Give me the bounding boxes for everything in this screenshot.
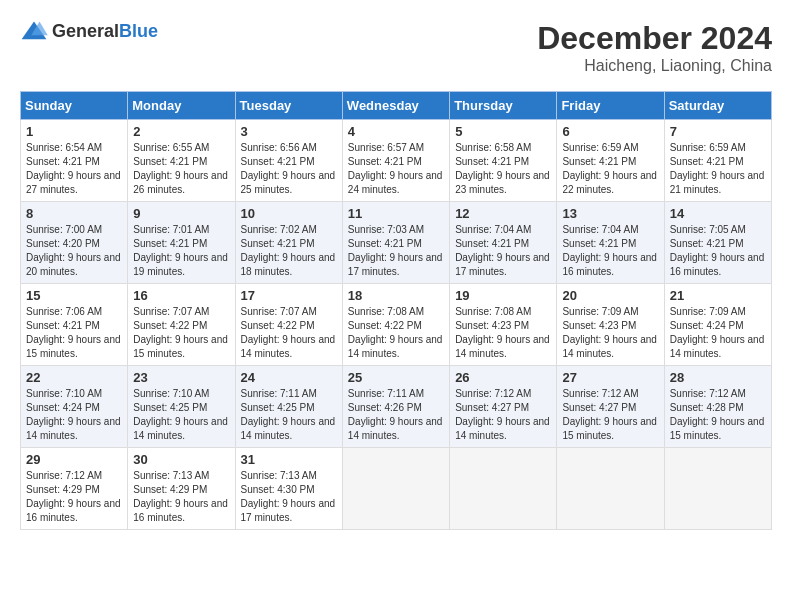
calendar-day-cell: 11 Sunrise: 7:03 AM Sunset: 4:21 PM Dayl…	[342, 202, 449, 284]
day-number: 5	[455, 124, 551, 139]
calendar-day-cell: 3 Sunrise: 6:56 AM Sunset: 4:21 PM Dayli…	[235, 120, 342, 202]
day-info: Sunrise: 7:00 AM Sunset: 4:20 PM Dayligh…	[26, 224, 121, 277]
day-number: 31	[241, 452, 337, 467]
day-info: Sunrise: 7:04 AM Sunset: 4:21 PM Dayligh…	[455, 224, 550, 277]
logo-text: GeneralBlue	[52, 21, 158, 42]
day-number: 28	[670, 370, 766, 385]
calendar-day-cell: 9 Sunrise: 7:01 AM Sunset: 4:21 PM Dayli…	[128, 202, 235, 284]
weekday-header-friday: Friday	[557, 92, 664, 120]
calendar-week-row: 22 Sunrise: 7:10 AM Sunset: 4:24 PM Dayl…	[21, 366, 772, 448]
month-title: December 2024	[537, 20, 772, 57]
day-number: 26	[455, 370, 551, 385]
logo: GeneralBlue	[20, 20, 158, 42]
calendar-day-cell: 29 Sunrise: 7:12 AM Sunset: 4:29 PM Dayl…	[21, 448, 128, 530]
weekday-header-row: SundayMondayTuesdayWednesdayThursdayFrid…	[21, 92, 772, 120]
day-info: Sunrise: 7:08 AM Sunset: 4:22 PM Dayligh…	[348, 306, 443, 359]
day-info: Sunrise: 7:11 AM Sunset: 4:25 PM Dayligh…	[241, 388, 336, 441]
day-info: Sunrise: 7:01 AM Sunset: 4:21 PM Dayligh…	[133, 224, 228, 277]
day-info: Sunrise: 7:12 AM Sunset: 4:29 PM Dayligh…	[26, 470, 121, 523]
day-info: Sunrise: 7:09 AM Sunset: 4:23 PM Dayligh…	[562, 306, 657, 359]
day-number: 16	[133, 288, 229, 303]
weekday-header-sunday: Sunday	[21, 92, 128, 120]
day-info: Sunrise: 7:10 AM Sunset: 4:24 PM Dayligh…	[26, 388, 121, 441]
location-title: Haicheng, Liaoning, China	[537, 57, 772, 75]
day-number: 19	[455, 288, 551, 303]
weekday-header-saturday: Saturday	[664, 92, 771, 120]
day-number: 22	[26, 370, 122, 385]
day-number: 29	[26, 452, 122, 467]
calendar-day-cell: 5 Sunrise: 6:58 AM Sunset: 4:21 PM Dayli…	[450, 120, 557, 202]
day-number: 14	[670, 206, 766, 221]
calendar-day-cell: 12 Sunrise: 7:04 AM Sunset: 4:21 PM Dayl…	[450, 202, 557, 284]
day-info: Sunrise: 7:07 AM Sunset: 4:22 PM Dayligh…	[133, 306, 228, 359]
day-info: Sunrise: 6:57 AM Sunset: 4:21 PM Dayligh…	[348, 142, 443, 195]
calendar-day-cell: 25 Sunrise: 7:11 AM Sunset: 4:26 PM Dayl…	[342, 366, 449, 448]
calendar-day-cell: 15 Sunrise: 7:06 AM Sunset: 4:21 PM Dayl…	[21, 284, 128, 366]
calendar-day-cell: 26 Sunrise: 7:12 AM Sunset: 4:27 PM Dayl…	[450, 366, 557, 448]
calendar-day-cell	[557, 448, 664, 530]
day-number: 20	[562, 288, 658, 303]
weekday-header-wednesday: Wednesday	[342, 92, 449, 120]
day-number: 8	[26, 206, 122, 221]
day-info: Sunrise: 7:09 AM Sunset: 4:24 PM Dayligh…	[670, 306, 765, 359]
day-number: 21	[670, 288, 766, 303]
calendar-day-cell: 24 Sunrise: 7:11 AM Sunset: 4:25 PM Dayl…	[235, 366, 342, 448]
calendar-day-cell: 17 Sunrise: 7:07 AM Sunset: 4:22 PM Dayl…	[235, 284, 342, 366]
logo-icon	[20, 20, 48, 42]
calendar-day-cell: 8 Sunrise: 7:00 AM Sunset: 4:20 PM Dayli…	[21, 202, 128, 284]
calendar-day-cell	[450, 448, 557, 530]
day-info: Sunrise: 7:12 AM Sunset: 4:27 PM Dayligh…	[562, 388, 657, 441]
weekday-header-tuesday: Tuesday	[235, 92, 342, 120]
day-info: Sunrise: 7:13 AM Sunset: 4:30 PM Dayligh…	[241, 470, 336, 523]
day-number: 24	[241, 370, 337, 385]
day-number: 25	[348, 370, 444, 385]
day-number: 9	[133, 206, 229, 221]
calendar-day-cell: 31 Sunrise: 7:13 AM Sunset: 4:30 PM Dayl…	[235, 448, 342, 530]
day-info: Sunrise: 7:05 AM Sunset: 4:21 PM Dayligh…	[670, 224, 765, 277]
day-number: 13	[562, 206, 658, 221]
day-number: 12	[455, 206, 551, 221]
day-info: Sunrise: 7:08 AM Sunset: 4:23 PM Dayligh…	[455, 306, 550, 359]
day-info: Sunrise: 7:06 AM Sunset: 4:21 PM Dayligh…	[26, 306, 121, 359]
calendar-day-cell: 19 Sunrise: 7:08 AM Sunset: 4:23 PM Dayl…	[450, 284, 557, 366]
day-number: 7	[670, 124, 766, 139]
calendar-day-cell: 6 Sunrise: 6:59 AM Sunset: 4:21 PM Dayli…	[557, 120, 664, 202]
day-info: Sunrise: 7:10 AM Sunset: 4:25 PM Dayligh…	[133, 388, 228, 441]
day-info: Sunrise: 6:59 AM Sunset: 4:21 PM Dayligh…	[670, 142, 765, 195]
day-number: 3	[241, 124, 337, 139]
day-info: Sunrise: 7:13 AM Sunset: 4:29 PM Dayligh…	[133, 470, 228, 523]
calendar-table: SundayMondayTuesdayWednesdayThursdayFrid…	[20, 91, 772, 530]
calendar-day-cell: 7 Sunrise: 6:59 AM Sunset: 4:21 PM Dayli…	[664, 120, 771, 202]
day-info: Sunrise: 6:54 AM Sunset: 4:21 PM Dayligh…	[26, 142, 121, 195]
day-info: Sunrise: 7:02 AM Sunset: 4:21 PM Dayligh…	[241, 224, 336, 277]
calendar-day-cell: 20 Sunrise: 7:09 AM Sunset: 4:23 PM Dayl…	[557, 284, 664, 366]
calendar-day-cell	[664, 448, 771, 530]
calendar-day-cell: 16 Sunrise: 7:07 AM Sunset: 4:22 PM Dayl…	[128, 284, 235, 366]
day-number: 23	[133, 370, 229, 385]
title-block: December 2024 Haicheng, Liaoning, China	[537, 20, 772, 75]
calendar-day-cell: 10 Sunrise: 7:02 AM Sunset: 4:21 PM Dayl…	[235, 202, 342, 284]
page-header: GeneralBlue December 2024 Haicheng, Liao…	[20, 20, 772, 75]
day-number: 17	[241, 288, 337, 303]
day-number: 2	[133, 124, 229, 139]
day-number: 18	[348, 288, 444, 303]
calendar-day-cell: 30 Sunrise: 7:13 AM Sunset: 4:29 PM Dayl…	[128, 448, 235, 530]
logo-blue: Blue	[119, 21, 158, 41]
calendar-day-cell: 28 Sunrise: 7:12 AM Sunset: 4:28 PM Dayl…	[664, 366, 771, 448]
calendar-day-cell: 22 Sunrise: 7:10 AM Sunset: 4:24 PM Dayl…	[21, 366, 128, 448]
weekday-header-monday: Monday	[128, 92, 235, 120]
day-number: 11	[348, 206, 444, 221]
day-info: Sunrise: 6:58 AM Sunset: 4:21 PM Dayligh…	[455, 142, 550, 195]
logo-general: General	[52, 21, 119, 41]
calendar-week-row: 29 Sunrise: 7:12 AM Sunset: 4:29 PM Dayl…	[21, 448, 772, 530]
day-info: Sunrise: 6:55 AM Sunset: 4:21 PM Dayligh…	[133, 142, 228, 195]
day-number: 6	[562, 124, 658, 139]
calendar-day-cell: 4 Sunrise: 6:57 AM Sunset: 4:21 PM Dayli…	[342, 120, 449, 202]
day-info: Sunrise: 7:04 AM Sunset: 4:21 PM Dayligh…	[562, 224, 657, 277]
calendar-day-cell	[342, 448, 449, 530]
calendar-day-cell: 21 Sunrise: 7:09 AM Sunset: 4:24 PM Dayl…	[664, 284, 771, 366]
calendar-day-cell: 27 Sunrise: 7:12 AM Sunset: 4:27 PM Dayl…	[557, 366, 664, 448]
calendar-day-cell: 13 Sunrise: 7:04 AM Sunset: 4:21 PM Dayl…	[557, 202, 664, 284]
day-number: 15	[26, 288, 122, 303]
day-number: 4	[348, 124, 444, 139]
